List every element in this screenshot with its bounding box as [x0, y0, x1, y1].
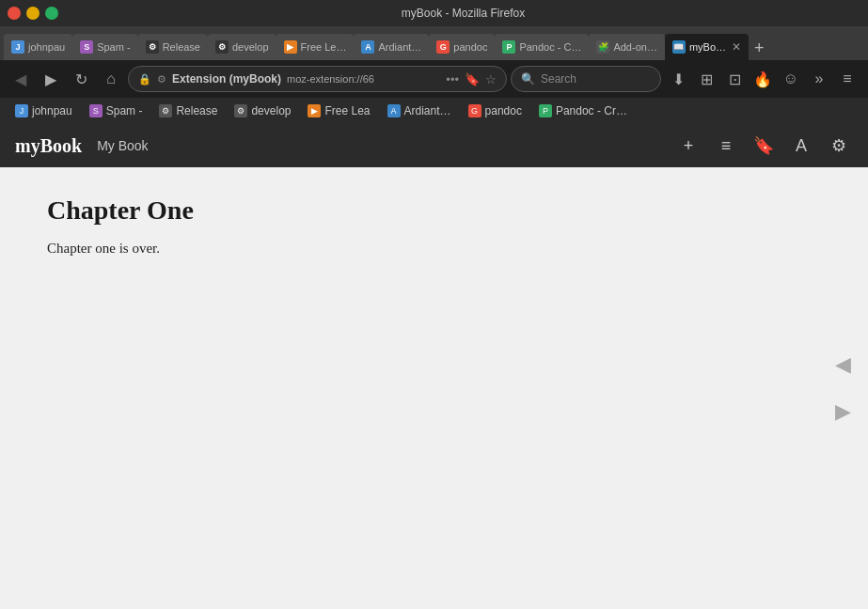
bookmark-pandocc[interactable]: P Pandoc - Cr…	[531, 102, 635, 119]
tab-ardiant[interactable]: A Ardiant…	[354, 34, 429, 60]
chapter-title: Chapter One	[47, 195, 821, 226]
search-placeholder: Search	[541, 72, 576, 86]
next-chapter-button[interactable]: ▶	[829, 398, 857, 426]
bookmark-develop[interactable]: ⚙ develop	[227, 102, 298, 119]
list-button[interactable]: ≡	[712, 132, 740, 160]
next-arrow-icon: ▶	[835, 399, 851, 424]
tab-bar: J johnpau S Spam - ⚙ Release ⚙ develop ▶…	[0, 26, 868, 60]
new-tab-button[interactable]: +	[749, 39, 770, 58]
tab-favicon-develop: ⚙	[215, 40, 229, 54]
pocket-icon[interactable]: 🔖	[465, 72, 480, 86]
bookmark-label-pandocc: Pandoc - Cr…	[556, 104, 627, 117]
bookmark-favicon-ardiant: A	[387, 104, 401, 117]
tab-spam[interactable]: S Spam -	[72, 34, 137, 60]
search-icon: 🔍	[521, 72, 535, 86]
bookmark-favicon-freelea: ▶	[308, 104, 321, 117]
more-tools-button[interactable]: »	[806, 66, 832, 92]
menu-button[interactable]: ≡	[834, 66, 860, 92]
tab-label-release: Release	[163, 41, 200, 53]
bookmark-label-develop: develop	[251, 104, 291, 117]
emoji-button[interactable]: ☺	[778, 66, 804, 92]
settings-button[interactable]: ⚙	[825, 132, 853, 160]
url-bar[interactable]: 🔒 ⚙ Extension (myBook) moz-extension://6…	[128, 66, 507, 92]
side-navigation: ◀ ▶	[829, 351, 857, 426]
tab-release[interactable]: ⚙ Release	[138, 34, 208, 60]
extension-icon: ⚙	[157, 73, 166, 86]
bookmark-label-johnpau: johnpau	[32, 104, 72, 117]
download-button[interactable]: ⬇	[665, 66, 691, 92]
tab-addons[interactable]: 🧩 Add-on…	[589, 34, 664, 60]
url-more-icon[interactable]: •••	[446, 72, 459, 86]
tab-favicon-johnpau: J	[11, 40, 24, 54]
minimize-button[interactable]	[26, 7, 39, 20]
tab-favicon-pandoc: G	[436, 40, 450, 54]
extension-toolbar: myBook My Book + ≡ 🔖 A ⚙	[0, 124, 868, 167]
tab-pandocc[interactable]: P Pandoc - C…	[495, 34, 589, 60]
bookmark-favicon-develop: ⚙	[234, 104, 247, 117]
navbar: ◀ ▶ ↻ ⌂ 🔒 ⚙ Extension (myBook) moz-exten…	[0, 60, 868, 98]
bookmark-label-ardiant: Ardiant…	[404, 104, 451, 117]
prev-arrow-icon: ◀	[835, 352, 851, 377]
bookmark-label-release: Release	[176, 104, 217, 117]
bookmark-pandoc[interactable]: G pandoc	[461, 102, 529, 119]
bookmark-button[interactable]: 🔖	[750, 132, 778, 160]
bookmark-label-freelea: Free Lea	[324, 104, 370, 117]
bookmark-label-pandoc: pandoc	[485, 104, 522, 117]
tab-label-johnpau: johnpau	[28, 41, 65, 53]
tab-favicon-addons: 🧩	[596, 40, 609, 54]
main-content-wrapper: Chapter One Chapter one is over. ◀ ▶	[0, 167, 868, 609]
tab-favicon-spam: S	[80, 40, 93, 54]
ext-toolbar-icons: + ≡ 🔖 A ⚙	[674, 132, 853, 160]
tab-favicon-ardiant: A	[361, 40, 374, 54]
tab-favicon-pandocc: P	[502, 40, 515, 54]
bookmark-release[interactable]: ⚙ Release	[151, 102, 225, 119]
maximize-button[interactable]	[45, 7, 58, 20]
tab-freelea[interactable]: ▶ Free Le…	[276, 34, 355, 60]
library-button[interactable]: ⊞	[693, 66, 719, 92]
tab-close-mybook[interactable]: ✕	[732, 40, 741, 54]
content-area: Chapter One Chapter one is over. ◀ ▶	[0, 167, 868, 609]
tab-label-ardiant: Ardiant…	[378, 41, 421, 53]
back-button[interactable]: ◀	[8, 66, 34, 92]
tab-johnpau[interactable]: J johnpau	[4, 34, 72, 60]
add-chapter-button[interactable]: +	[674, 132, 702, 160]
search-bar[interactable]: 🔍 Search	[511, 66, 661, 92]
tab-label-pandocc: Pandoc - C…	[519, 41, 581, 53]
prev-chapter-button[interactable]: ◀	[829, 351, 857, 379]
synced-button[interactable]: ⊡	[721, 66, 748, 92]
bookmark-favicon-spam: S	[89, 104, 103, 117]
bookmark-favicon-release: ⚙	[159, 104, 172, 117]
reload-button[interactable]: ↻	[68, 66, 94, 92]
bookmark-label-spam: Spam -	[106, 104, 143, 117]
tab-favicon-freelea: ▶	[284, 40, 297, 54]
app-title: myBook	[15, 135, 82, 157]
tab-favicon-release: ⚙	[146, 40, 159, 54]
titlebar: myBook - Mozilla Firefox	[0, 0, 868, 26]
extension-label: Extension (myBook)	[172, 72, 281, 86]
book-nav-label: My Book	[97, 138, 667, 153]
tab-mybook[interactable]: 📖 myBo… ✕	[665, 34, 749, 60]
tab-pandoc[interactable]: G pandoc	[429, 34, 495, 60]
bookmark-spam[interactable]: S Spam -	[82, 102, 150, 119]
url-value: moz-extension://66	[287, 73, 374, 85]
window-title: myBook - Mozilla Firefox	[66, 7, 860, 20]
close-button[interactable]	[8, 7, 21, 20]
tab-develop[interactable]: ⚙ develop	[208, 34, 276, 60]
forward-button[interactable]: ▶	[38, 66, 64, 92]
bookmark-favicon-pandoc: G	[468, 104, 481, 117]
home-button[interactable]: ⌂	[98, 66, 124, 92]
bookmark-favicon-johnpau: J	[15, 104, 28, 117]
bookmark-star-icon[interactable]: ☆	[485, 72, 497, 86]
font-button[interactable]: A	[787, 132, 815, 160]
bookmark-johnpau[interactable]: J johnpau	[8, 102, 80, 119]
nav-toolbar-icons: ⬇ ⊞ ⊡ 🔥 ☺ » ≡	[665, 66, 860, 92]
bookmark-ardiant[interactable]: A Ardiant…	[380, 102, 459, 119]
tab-label-addons: Add-on…	[613, 41, 656, 53]
tab-label-develop: develop	[232, 41, 269, 53]
tab-label-spam: Spam -	[97, 41, 130, 53]
bookmark-freelea[interactable]: ▶ Free Lea	[300, 102, 377, 119]
chapter-body: Chapter one is over.	[47, 241, 821, 257]
bookmark-favicon-pandocc: P	[539, 104, 552, 117]
container-button[interactable]: 🔥	[750, 66, 776, 92]
tab-label-freelea: Free Le…	[301, 41, 347, 53]
